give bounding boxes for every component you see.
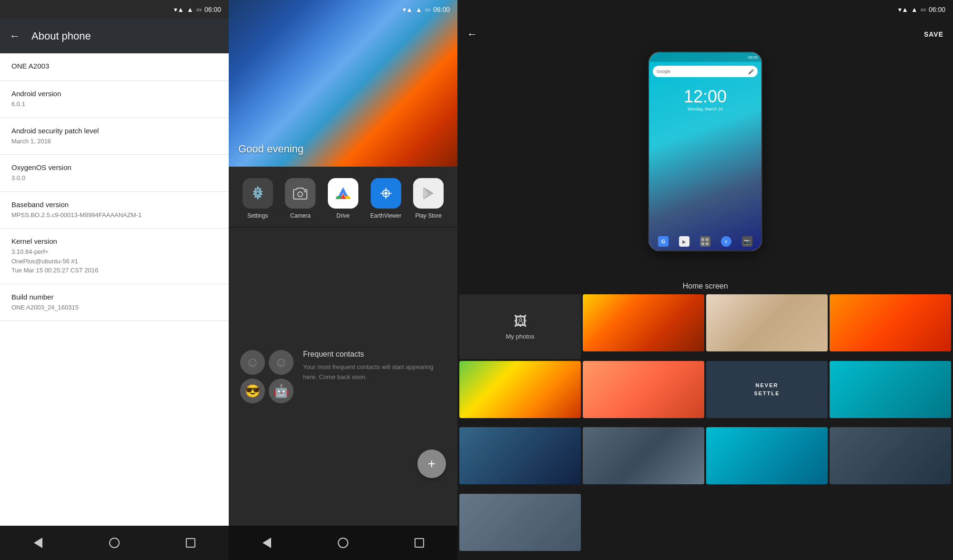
wallpaper-cell-never-settle[interactable]: NEVERSETTLE (706, 361, 828, 418)
app-earthviewer[interactable]: EarthViewer (367, 178, 405, 219)
wallpaper-cell-1[interactable] (583, 294, 704, 351)
camera-icon (292, 185, 309, 202)
dock-google-icon: G (658, 236, 669, 247)
contacts-text: Frequent contacts Your most frequent con… (303, 350, 446, 382)
phone-preview-statusbar: 06:00 (649, 52, 761, 62)
dock-play-icon: ▶ (679, 236, 689, 247)
signal-icon: ▲ (187, 6, 193, 13)
about-security-value: March 1, 2016 (11, 137, 217, 146)
fab-add-button[interactable]: + (417, 450, 446, 478)
recent-nav-icon-1 (186, 538, 195, 548)
about-baseband-value: MPSS.BO.2.5.c9-00013-M8994FAAAANAZM-1 (11, 210, 217, 220)
phone-preview: 06:00 Google 🎤 12:00 Monday, March 24 G … (648, 51, 762, 251)
settings-app-label: Settings (247, 212, 268, 219)
dock-chrome-icon: C (721, 236, 731, 247)
wallpaper-cell-7[interactable] (830, 361, 951, 418)
signal-icon-2: ▲ (416, 6, 422, 13)
wallpaper-grid-container: 🖼 My photos NEVERSETTLE (457, 292, 953, 560)
wallpaper-cell-11[interactable] (830, 427, 951, 484)
back-nav-1[interactable] (26, 531, 50, 555)
wallpaper-cell-5[interactable] (583, 361, 704, 418)
wallpaper-cell-10[interactable] (706, 427, 828, 484)
back-nav-icon-2 (263, 538, 271, 548)
about-phone-title: About phone (31, 30, 91, 42)
phone-dock: G ▶ C 📷 (649, 236, 761, 247)
app-playstore[interactable]: Play Store (409, 178, 447, 219)
app-settings[interactable]: Settings (239, 178, 277, 219)
recent-nav-1[interactable] (179, 531, 203, 555)
app-drive[interactable]: Drive (324, 178, 362, 219)
contacts-content: ☺ ☺ 😎 🤖 Frequent contacts Your most freq… (240, 350, 446, 403)
wallpaper-cell-9[interactable] (583, 427, 704, 484)
phone-preview-searchbar: Google 🎤 (653, 66, 758, 77)
home-screen-panel: ▾▲ ▲ ▭ 06:00 Good evening Settings (229, 0, 457, 560)
back-nav-2[interactable] (255, 531, 279, 555)
grid-dot-2 (706, 238, 709, 241)
home-nav-2[interactable] (331, 531, 355, 555)
wallpaper-cell-3[interactable] (830, 294, 951, 351)
about-phone-panel: ▾▲ ▲ ▭ 06:00 ← About phone ONE A2003 And… (0, 0, 229, 560)
back-button-1[interactable]: ← (10, 30, 20, 42)
save-button[interactable]: SAVE (924, 30, 943, 38)
earthviewer-icon (377, 185, 395, 202)
contacts-avatars: ☺ ☺ 😎 🤖 (240, 350, 294, 403)
status-time-1: 06:00 (204, 6, 221, 13)
about-item-kernel[interactable]: Kernel version 3.10.84-perf+ OnePlus@ubu… (0, 229, 229, 284)
phone-preview-wallpaper: 06:00 Google 🎤 12:00 Monday, March 24 G … (649, 52, 761, 250)
about-item-android[interactable]: Android version 6.0.1 (0, 81, 229, 118)
signal-icon-3: ▲ (911, 6, 918, 13)
wallpaper-cell-12[interactable] (459, 494, 581, 551)
contact-avatar-2: ☺ (269, 350, 294, 375)
my-photos-label: My photos (506, 333, 535, 340)
status-icons-3: ▾▲ ▲ ▭ 06:00 (898, 6, 945, 13)
home-greeting: Good evening (238, 143, 304, 155)
home-screen-label-container: Home screen (457, 278, 953, 292)
back-button-3[interactable]: ← (467, 28, 477, 40)
about-kernel-value: 3.10.84-perf+ OnePlus@ubuntu-56 #1 Tue M… (11, 247, 217, 275)
battery-icon: ▭ (196, 6, 202, 13)
playstore-app-label: Play Store (415, 212, 441, 219)
about-item-build[interactable]: Build number ONE A2003_24_160315 (0, 284, 229, 321)
svg-point-4 (304, 190, 306, 192)
wallpaper-appbar: ← SAVE (457, 19, 953, 50)
google-search-text: Google (657, 69, 670, 74)
frequent-contacts-desc: Your most frequent contacts will start a… (303, 362, 446, 382)
about-build-value: ONE A2003_24_160315 (11, 303, 217, 312)
google-mic-icon: 🎤 (748, 69, 754, 74)
about-item-security[interactable]: Android security patch level March 1, 20… (0, 118, 229, 155)
dock-camera-icon: 📷 (742, 236, 752, 247)
about-item-model[interactable]: ONE A2003 (0, 53, 229, 81)
status-icons-2: ▾▲ ▲ ▭ 06:00 (403, 6, 450, 13)
wallpaper-grid: 🖼 My photos NEVERSETTLE (459, 294, 951, 558)
settings-gear-icon (249, 185, 266, 202)
about-phone-appbar: ← About phone (0, 19, 229, 53)
about-item-model-label: ONE A2003 (11, 62, 217, 70)
battery-icon-3: ▭ (921, 6, 926, 13)
contact-avatar-1: ☺ (240, 350, 265, 375)
contact-avatar-3: 😎 (240, 379, 265, 403)
phone-clock-time: 12:00 (649, 87, 761, 107)
home-nav-1[interactable] (102, 531, 126, 555)
frequent-contacts-section: ☺ ☺ 😎 🤖 Frequent contacts Your most freq… (229, 228, 457, 526)
recent-nav-2[interactable] (407, 531, 431, 555)
frequent-contacts-title: Frequent contacts (303, 350, 446, 359)
recent-nav-icon-2 (415, 538, 424, 548)
my-photos-icon: 🖼 (514, 313, 527, 329)
contact-avatar-4: 🤖 (269, 379, 294, 403)
wallpaper-cell-4[interactable] (459, 361, 581, 418)
about-android-value: 6.0.1 (11, 100, 217, 109)
home-wallpaper: Good evening (229, 0, 457, 167)
my-photos-cell[interactable]: 🖼 My photos (459, 294, 581, 359)
wifi-icon: ▾▲ (174, 6, 184, 13)
wallpaper-cell-8[interactable] (459, 427, 581, 484)
app-camera[interactable]: Camera (281, 178, 319, 219)
wallpaper-cell-2[interactable] (706, 294, 828, 351)
home-nav-icon-2 (338, 538, 348, 548)
about-item-oxygen[interactable]: OxygenOS version 3.0.0 (0, 155, 229, 192)
about-item-baseband[interactable]: Baseband version MPSS.BO.2.5.c9-00013-M8… (0, 192, 229, 229)
grid-dot-4 (706, 242, 709, 245)
drive-icon-circle (328, 178, 358, 209)
earthviewer-app-label: EarthViewer (370, 212, 401, 219)
grid-dot-3 (701, 242, 704, 245)
playstore-icon-circle (413, 178, 444, 209)
